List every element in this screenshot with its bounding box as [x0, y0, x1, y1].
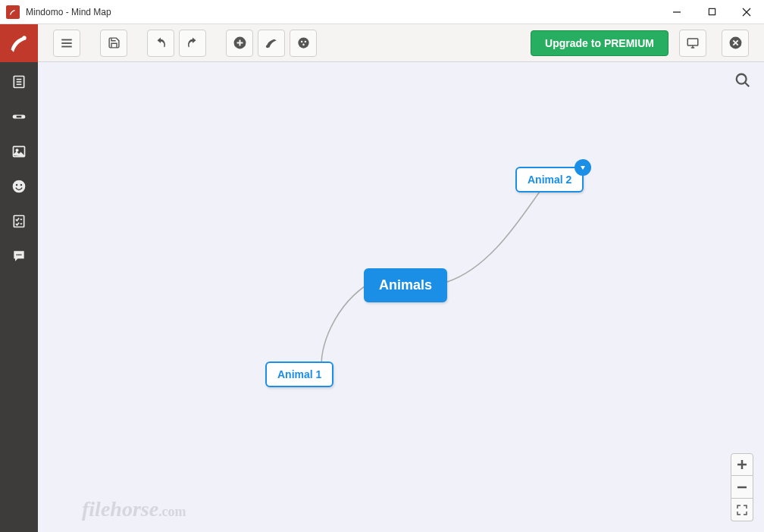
- task-icon[interactable]: [9, 212, 29, 230]
- image-icon[interactable]: [9, 142, 29, 161]
- svg-rect-1: [709, 8, 715, 14]
- connect-button[interactable]: [258, 30, 285, 57]
- svg-point-4: [22, 36, 26, 39]
- svg-marker-39: [581, 166, 585, 170]
- zoom-controls: [731, 453, 753, 521]
- window-controls: [659, 0, 764, 23]
- toolbar: Upgrade to PREMIUM: [0, 24, 764, 62]
- zoom-in-button[interactable]: [731, 453, 753, 476]
- logo[interactable]: [0, 24, 38, 62]
- redo-button[interactable]: [179, 30, 206, 57]
- window-title: Mindomo - Mind Map: [26, 7, 659, 17]
- minimize-button[interactable]: [659, 0, 694, 23]
- close-button[interactable]: [722, 30, 749, 57]
- watermark: filehorse.com: [82, 497, 186, 521]
- titlebar: Mindomo - Mind Map: [0, 0, 764, 24]
- node-expand-handle[interactable]: [575, 159, 591, 176]
- add-button[interactable]: [226, 30, 253, 57]
- emoji-icon[interactable]: [9, 177, 29, 196]
- presentation-button[interactable]: [679, 30, 706, 57]
- main: Animals Animal 1 Animal 2: [0, 62, 764, 532]
- canvas[interactable]: Animals Animal 1 Animal 2: [38, 62, 764, 532]
- child-node-1[interactable]: Animal 1: [265, 361, 333, 387]
- svg-point-14: [304, 41, 306, 43]
- svg-point-40: [737, 74, 747, 84]
- svg-rect-33: [14, 216, 23, 227]
- search-icon[interactable]: [732, 70, 753, 91]
- child-node-2[interactable]: Animal 2: [515, 167, 584, 192]
- svg-line-41: [745, 83, 750, 87]
- svg-point-36: [17, 254, 18, 255]
- save-button[interactable]: [100, 30, 127, 57]
- comment-icon[interactable]: [9, 247, 29, 265]
- app-icon: [6, 5, 20, 19]
- svg-point-12: [298, 37, 308, 48]
- svg-point-15: [302, 44, 305, 46]
- svg-point-11: [265, 45, 268, 48]
- svg-point-37: [18, 254, 20, 255]
- sidebar: [0, 62, 38, 532]
- menu-button[interactable]: [53, 30, 80, 57]
- svg-point-38: [20, 254, 22, 255]
- undo-button[interactable]: [147, 30, 174, 57]
- zoom-fit-button[interactable]: [731, 499, 753, 521]
- maximize-button[interactable]: [694, 0, 729, 23]
- close-window-button[interactable]: [729, 0, 764, 23]
- svg-rect-16: [687, 39, 698, 45]
- upgrade-button[interactable]: Upgrade to PREMIUM: [531, 30, 668, 56]
- svg-point-30: [13, 180, 26, 193]
- zoom-out-button[interactable]: [731, 476, 753, 499]
- link-icon[interactable]: [9, 108, 29, 126]
- root-node[interactable]: Animals: [364, 268, 447, 302]
- notes-icon[interactable]: [9, 73, 29, 91]
- svg-point-29: [16, 149, 18, 152]
- svg-point-31: [16, 184, 17, 186]
- svg-rect-27: [17, 116, 22, 118]
- svg-point-13: [300, 41, 302, 43]
- child-node-2-label: Animal 2: [528, 174, 571, 186]
- svg-point-32: [20, 184, 23, 186]
- theme-button[interactable]: [290, 30, 317, 57]
